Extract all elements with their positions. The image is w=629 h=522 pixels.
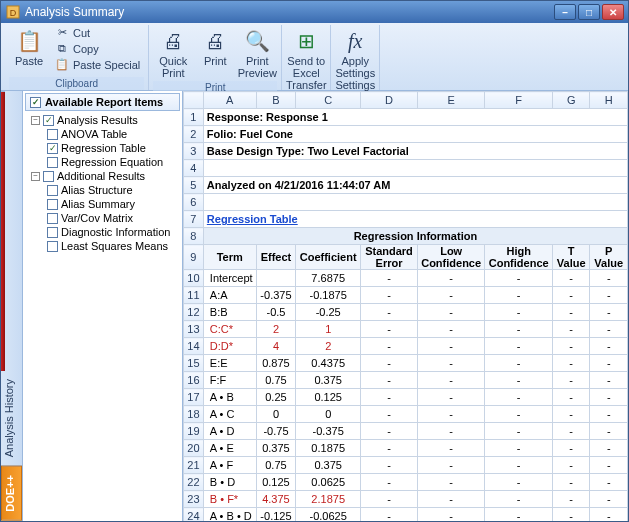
cell[interactable]: - — [590, 372, 628, 389]
cell[interactable]: - — [552, 338, 589, 355]
cell[interactable] — [256, 270, 296, 287]
cell[interactable]: -0.75 — [256, 423, 296, 440]
column-header[interactable]: F — [485, 92, 553, 109]
cell[interactable]: 0 — [296, 406, 361, 423]
row-header[interactable]: 1 — [184, 109, 204, 126]
cell[interactable]: - — [552, 491, 589, 508]
cell[interactable]: - — [552, 508, 589, 522]
quick-print-button[interactable]: 🖨Quick Print — [153, 25, 193, 81]
cell[interactable]: - — [485, 491, 553, 508]
sidebar-item[interactable]: Var/Cov Matrix — [25, 211, 180, 225]
cell[interactable]: 2 — [256, 321, 296, 338]
tab-doe[interactable]: DOE++ — [1, 466, 22, 521]
cell[interactable]: - — [417, 304, 485, 321]
cell[interactable]: - — [485, 321, 553, 338]
cell[interactable]: - — [485, 406, 553, 423]
cell[interactable]: - — [417, 389, 485, 406]
cell[interactable]: - — [485, 372, 553, 389]
cell[interactable]: - — [552, 270, 589, 287]
cell[interactable]: - — [417, 440, 485, 457]
cell[interactable]: - — [361, 304, 418, 321]
cell[interactable]: - — [361, 355, 418, 372]
cell[interactable]: E:E — [203, 355, 256, 372]
cell[interactable]: - — [590, 406, 628, 423]
cell[interactable]: 0 — [256, 406, 296, 423]
row-header[interactable]: 18 — [184, 406, 204, 423]
row-header[interactable]: 7 — [184, 211, 204, 228]
collapse-icon[interactable]: − — [31, 116, 40, 125]
cell[interactable]: - — [552, 372, 589, 389]
sidebar-item[interactable]: Least Squares Means — [25, 239, 180, 253]
row-header[interactable]: 5 — [184, 177, 204, 194]
cell[interactable]: -0.375 — [296, 423, 361, 440]
row-header[interactable]: 14 — [184, 338, 204, 355]
cell[interactable]: A • E — [203, 440, 256, 457]
cell[interactable]: Response: Response 1 — [203, 109, 627, 126]
cell[interactable]: 0.375 — [296, 372, 361, 389]
cell[interactable]: 7.6875 — [296, 270, 361, 287]
close-button[interactable]: ✕ — [602, 4, 624, 20]
cell[interactable]: - — [590, 508, 628, 522]
sidebar-item[interactable]: ✓Regression Table — [25, 141, 180, 155]
row-header[interactable]: 20 — [184, 440, 204, 457]
cell[interactable]: - — [485, 474, 553, 491]
cell[interactable]: A • C — [203, 406, 256, 423]
cell[interactable] — [203, 160, 627, 177]
cell[interactable]: -0.1875 — [296, 287, 361, 304]
cell[interactable]: F:F — [203, 372, 256, 389]
row-header[interactable]: 23 — [184, 491, 204, 508]
cell[interactable]: - — [361, 440, 418, 457]
cell[interactable]: 4.375 — [256, 491, 296, 508]
row-header[interactable]: 15 — [184, 355, 204, 372]
cell[interactable]: - — [590, 321, 628, 338]
cell[interactable] — [203, 194, 627, 211]
print-preview-button[interactable]: 🔍Print Preview — [237, 25, 277, 81]
minimize-button[interactable]: – — [554, 4, 576, 20]
send-to-excel-button[interactable]: ⊞Send to Excel Transfer — [286, 25, 326, 93]
cell[interactable]: - — [417, 508, 485, 522]
row-header[interactable]: 24 — [184, 508, 204, 522]
cell[interactable]: - — [485, 270, 553, 287]
cell[interactable]: 1 — [296, 321, 361, 338]
cell[interactable]: 0.75 — [256, 457, 296, 474]
maximize-button[interactable]: □ — [578, 4, 600, 20]
cell[interactable]: - — [361, 423, 418, 440]
column-header[interactable]: G — [552, 92, 589, 109]
row-header[interactable]: 13 — [184, 321, 204, 338]
print-button[interactable]: 🖨Print — [195, 25, 235, 69]
row-header[interactable]: 22 — [184, 474, 204, 491]
checkbox-icon[interactable] — [47, 227, 58, 238]
cell[interactable]: - — [590, 304, 628, 321]
cell[interactable]: -0.0625 — [296, 508, 361, 522]
cell[interactable]: - — [417, 287, 485, 304]
cell[interactable]: D:D* — [203, 338, 256, 355]
cell[interactable]: - — [417, 474, 485, 491]
cell[interactable]: - — [361, 338, 418, 355]
cell[interactable]: - — [417, 423, 485, 440]
cut-button[interactable]: ✂Cut — [51, 25, 144, 40]
column-header[interactable]: C — [296, 92, 361, 109]
sidebar-item[interactable]: Alias Summary — [25, 197, 180, 211]
row-header[interactable]: 6 — [184, 194, 204, 211]
cell[interactable]: A • B — [203, 389, 256, 406]
checkbox-icon[interactable] — [47, 157, 58, 168]
row-header[interactable]: 16 — [184, 372, 204, 389]
group-additional-results[interactable]: − Additional Results — [25, 169, 180, 183]
cell[interactable]: - — [361, 508, 418, 522]
cell[interactable]: - — [417, 355, 485, 372]
cell[interactable]: - — [590, 287, 628, 304]
cell[interactable]: - — [590, 491, 628, 508]
cell[interactable]: - — [552, 457, 589, 474]
cell[interactable]: Intercept — [203, 270, 256, 287]
collapse-icon[interactable]: − — [31, 172, 40, 181]
cell[interactable]: - — [590, 270, 628, 287]
row-header[interactable]: 2 — [184, 126, 204, 143]
cell[interactable]: 0.125 — [256, 474, 296, 491]
cell[interactable]: Analyzed on 4/21/2016 11:44:07 AM — [203, 177, 627, 194]
cell[interactable]: - — [590, 423, 628, 440]
cell[interactable]: - — [417, 270, 485, 287]
cell[interactable]: 0.375 — [296, 457, 361, 474]
cell[interactable]: - — [417, 457, 485, 474]
cell[interactable]: - — [361, 491, 418, 508]
cell[interactable]: B • D — [203, 474, 256, 491]
